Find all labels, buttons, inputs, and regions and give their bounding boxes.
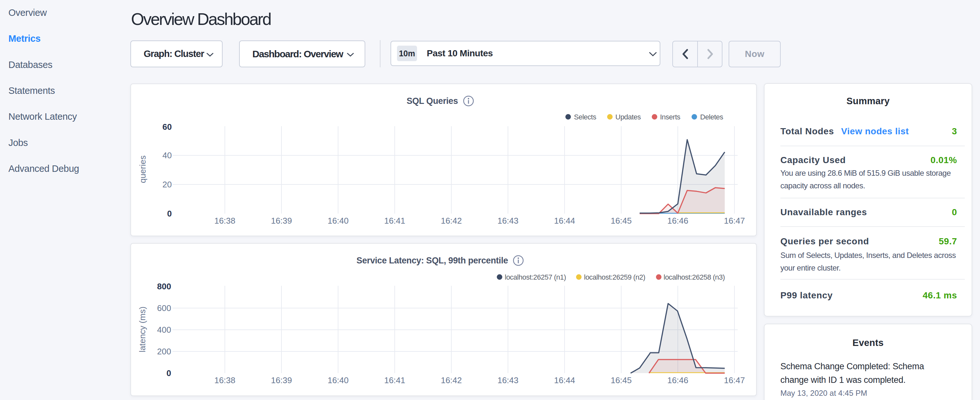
svg-text:16:45: 16:45 — [611, 216, 632, 226]
svg-text:localhost:26259 (n2): localhost:26259 (n2) — [584, 273, 645, 281]
svg-text:200: 200 — [157, 347, 171, 356]
svg-text:16:46: 16:46 — [667, 375, 688, 385]
svg-text:16:46: 16:46 — [667, 216, 688, 226]
svg-text:20: 20 — [162, 180, 172, 189]
svg-text:Inserts: Inserts — [660, 113, 680, 121]
svg-text:600: 600 — [157, 303, 171, 313]
svg-text:queries: queries — [138, 155, 148, 183]
svg-text:SQL Queries: SQL Queries — [407, 96, 458, 106]
svg-text:60: 60 — [162, 122, 172, 132]
svg-text:16:41: 16:41 — [384, 375, 405, 385]
svg-text:16:42: 16:42 — [441, 216, 462, 226]
svg-text:16:44: 16:44 — [554, 375, 575, 385]
svg-text:latency (ms): latency (ms) — [137, 306, 147, 352]
svg-text:16:47: 16:47 — [724, 216, 745, 226]
svg-text:16:41: 16:41 — [384, 216, 405, 226]
svg-text:16:40: 16:40 — [328, 216, 348, 226]
svg-text:localhost:26258 (n3): localhost:26258 (n3) — [663, 273, 725, 281]
svg-text:Deletes: Deletes — [700, 113, 724, 121]
svg-text:400: 400 — [157, 325, 171, 335]
svg-text:16:39: 16:39 — [271, 375, 292, 385]
svg-text:16:44: 16:44 — [554, 216, 575, 226]
svg-text:0: 0 — [167, 368, 171, 378]
svg-text:Service Latency: SQL, 99th per: Service Latency: SQL, 99th percentile — [356, 256, 508, 265]
svg-text:Selects: Selects — [574, 113, 596, 121]
svg-text:16:45: 16:45 — [611, 375, 632, 385]
svg-text:0: 0 — [167, 209, 172, 218]
svg-text:800: 800 — [157, 282, 171, 291]
svg-text:16:39: 16:39 — [271, 216, 292, 226]
svg-text:16:43: 16:43 — [497, 375, 518, 385]
svg-text:16:38: 16:38 — [214, 375, 235, 385]
svg-text:16:43: 16:43 — [497, 216, 518, 226]
svg-text:16:47: 16:47 — [724, 375, 745, 385]
svg-text:16:38: 16:38 — [214, 216, 235, 226]
svg-text:40: 40 — [162, 150, 172, 160]
svg-text:Updates: Updates — [616, 113, 641, 121]
svg-text:localhost:26257 (n1): localhost:26257 (n1) — [505, 273, 566, 281]
svg-text:16:40: 16:40 — [328, 375, 348, 385]
svg-text:16:42: 16:42 — [441, 375, 462, 385]
